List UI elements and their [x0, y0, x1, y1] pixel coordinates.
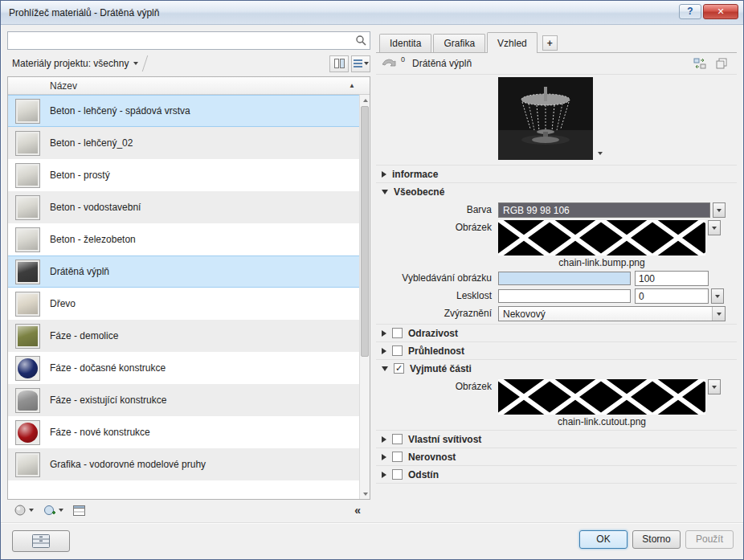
self-illumination-checkbox[interactable]: [392, 434, 403, 444]
material-swatch: [15, 227, 40, 252]
search-icon: [355, 35, 366, 48]
search-input[interactable]: [7, 31, 370, 50]
glossiness-value[interactable]: 0: [635, 288, 709, 304]
section-header-information[interactable]: informace: [376, 165, 737, 182]
bump-image-dropdown-button[interactable]: [708, 220, 721, 235]
titlebar[interactable]: Prohlížeč materiálů - Drátěná výplň ? ✕: [1, 1, 743, 25]
preview-options-button[interactable]: [595, 149, 605, 158]
material-name: Dřevo: [50, 298, 353, 309]
color-label: Barva: [376, 202, 498, 218]
cutouts-checkbox[interactable]: ✓: [394, 363, 404, 374]
material-swatch: [15, 452, 40, 477]
bump-checkbox[interactable]: [392, 452, 403, 462]
list-column-header[interactable]: Název ▲: [8, 77, 370, 95]
list-toolbar: «: [7, 500, 370, 521]
cutout-image-thumbnail[interactable]: [498, 379, 705, 415]
material-row[interactable]: Fáze - existující konstrukce: [8, 384, 359, 416]
color-value-field[interactable]: RGB 99 98 106: [498, 202, 710, 218]
material-row[interactable]: Drátěná výplň: [8, 255, 359, 288]
replace-asset-icon[interactable]: [691, 55, 709, 72]
section-header-transparency[interactable]: Průhlednost: [376, 341, 737, 359]
split-view-button[interactable]: [329, 55, 349, 72]
material-swatch: [15, 131, 40, 156]
section-label: Všeobecné: [394, 186, 444, 198]
material-name: Fáze - nové konstrukce: [50, 427, 353, 438]
tab-identita[interactable]: Identita: [379, 34, 431, 52]
bump-image-thumbnail[interactable]: [498, 220, 705, 255]
material-row[interactable]: Beton - lehčený - spádová vrstva: [8, 95, 359, 127]
material-list: Beton - lehčený - spádová vrstva Beton -…: [8, 95, 359, 499]
expand-arrow-icon: [382, 472, 386, 478]
asset-name: Drátěná výplň: [412, 58, 472, 69]
asset-editor-panel: Identita Grafika Vzhled + 0 Drátěná výpl…: [376, 31, 737, 521]
material-row[interactable]: Beton - prostý: [8, 159, 359, 191]
vertical-scrollbar[interactable]: [359, 95, 370, 499]
transparency-checkbox[interactable]: [392, 345, 403, 356]
library-panel-button[interactable]: [70, 503, 88, 518]
material-swatch: [15, 420, 40, 445]
tab-grafika[interactable]: Grafika: [433, 34, 485, 52]
close-button[interactable]: ✕: [703, 4, 738, 19]
material-preview-image[interactable]: [498, 77, 593, 160]
material-row[interactable]: Fáze - nové konstrukce: [8, 416, 359, 448]
cutout-image-dropdown-button[interactable]: [708, 379, 721, 394]
material-row[interactable]: Beton - železobeton: [8, 223, 359, 255]
material-name: Beton - lehčený_02: [50, 137, 353, 149]
section-header-bump[interactable]: Nerovnost: [376, 448, 737, 465]
material-row[interactable]: Beton - vodostavební: [8, 191, 359, 223]
list-view-options-button[interactable]: [351, 55, 370, 72]
add-tab-button[interactable]: +: [542, 35, 558, 51]
sort-ascending-icon: ▲: [349, 82, 355, 89]
material-swatch: [15, 195, 40, 220]
help-button[interactable]: ?: [679, 4, 701, 19]
material-row[interactable]: Fáze - dočasné konstrukce: [8, 352, 359, 384]
collapse-arrow-icon: [382, 190, 388, 194]
material-name: Drátěná výplň: [50, 266, 353, 277]
glossiness-dropdown-button[interactable]: [711, 288, 724, 304]
image-fade-slider[interactable]: [498, 272, 631, 285]
material-row[interactable]: Beton - lehčený_02: [8, 127, 359, 159]
reflectivity-checkbox[interactable]: [392, 328, 403, 338]
cancel-button[interactable]: Storno: [632, 530, 681, 549]
chevron-down-icon: [712, 307, 725, 321]
section-label: Odstín: [408, 469, 439, 480]
fade-slider-fill: [499, 272, 630, 284]
color-dropdown-button[interactable]: [713, 202, 726, 218]
material-row[interactable]: Grafika - vodorovné modelové pruhy: [8, 448, 359, 480]
material-swatch-shape: [18, 326, 38, 346]
appearance-tab-panel: 0 Drátěná výplň: [376, 52, 737, 521]
section-header-tint[interactable]: Odstín: [376, 465, 737, 483]
material-row[interactable]: Fáze - demolice: [8, 320, 359, 352]
apply-button[interactable]: Použít: [685, 530, 734, 549]
material-swatch: [15, 163, 40, 188]
section-header-self-illumination[interactable]: Vlastní svítivost: [376, 430, 737, 448]
material-row[interactable]: Dřevo: [8, 288, 359, 320]
section-header-general[interactable]: Všeobecné: [376, 182, 737, 200]
collapse-panel-button[interactable]: «: [350, 503, 366, 517]
tint-checkbox[interactable]: [392, 469, 403, 480]
scrollbar-thumb[interactable]: [361, 106, 369, 357]
section-header-cutouts[interactable]: ✓ Vyjmuté části: [376, 359, 737, 377]
library-panel-toggle-button[interactable]: [12, 530, 70, 552]
ok-button[interactable]: OK: [579, 530, 627, 549]
highlights-select[interactable]: Nekovový: [498, 306, 726, 321]
scroll-up-button[interactable]: [360, 95, 370, 105]
material-swatch: [15, 388, 40, 413]
project-materials-filter[interactable]: Materiály projektu: všechny: [7, 56, 143, 71]
filter-label: Materiály projektu: všechny: [12, 58, 129, 69]
duplicate-asset-icon[interactable]: [713, 55, 730, 72]
open-library-button[interactable]: [40, 501, 67, 519]
glossiness-slider[interactable]: [498, 289, 631, 303]
material-swatch-shape: [18, 423, 38, 443]
scroll-down-button[interactable]: [360, 488, 370, 499]
create-material-button[interactable]: [10, 501, 37, 519]
material-swatch-shape: [18, 455, 38, 475]
chevron-down-icon: [133, 62, 138, 65]
image-fade-label: Vybledávání obrázku: [376, 271, 498, 286]
material-list-panel: Materiály projektu: všechny Název ▲: [7, 31, 370, 521]
material-swatch: [15, 356, 40, 381]
tab-vzhled[interactable]: Vzhled: [487, 32, 538, 53]
section-header-reflectivity[interactable]: Odrazivost: [376, 324, 737, 341]
image-fade-value[interactable]: 100: [635, 271, 709, 286]
material-swatch: [15, 324, 40, 349]
